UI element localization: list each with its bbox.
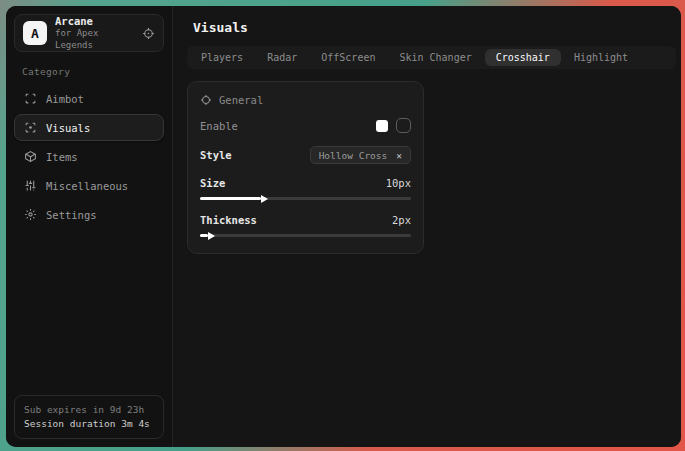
aimbot-crosshair-icon bbox=[24, 92, 37, 105]
app-name: Arcane bbox=[55, 15, 134, 28]
enable-checkbox[interactable] bbox=[396, 118, 411, 133]
app-logo: A bbox=[23, 21, 47, 45]
page-title: Visuals bbox=[193, 20, 681, 35]
size-row: Size 10px bbox=[200, 177, 411, 189]
app-subtitle: for Apex Legends bbox=[55, 28, 134, 51]
tab-radar[interactable]: Radar bbox=[256, 49, 308, 66]
sidebar-nav: Aimbot Visuals Items bbox=[14, 85, 164, 228]
style-label: Style bbox=[200, 149, 232, 161]
enable-label: Enable bbox=[200, 120, 238, 132]
gear-icon bbox=[24, 208, 37, 221]
sidebar-item-aimbot[interactable]: Aimbot bbox=[14, 85, 164, 112]
crosshair-color-swatch[interactable] bbox=[376, 120, 388, 132]
thickness-row: Thickness 2px bbox=[200, 214, 411, 226]
general-panel: General Enable Style Hollow Cross ✕ Size… bbox=[187, 81, 424, 254]
crosshair-target-icon bbox=[200, 94, 212, 106]
enable-row: Enable bbox=[200, 118, 411, 133]
tab-highlight[interactable]: Highlight bbox=[563, 49, 639, 66]
main-content: Visuals Players Radar OffScreen Skin Cha… bbox=[173, 6, 681, 447]
session-duration-text: Session duration 3m 4s bbox=[24, 417, 154, 431]
visuals-focus-icon bbox=[24, 121, 37, 134]
sub-expiry-text: Sub expires in 9d 23h bbox=[24, 403, 154, 417]
thickness-slider[interactable] bbox=[200, 234, 411, 237]
style-select[interactable]: Hollow Cross ✕ bbox=[310, 146, 411, 164]
style-value: Hollow Cross bbox=[319, 150, 388, 161]
category-label: Category bbox=[22, 66, 164, 77]
thickness-slider-thumb[interactable] bbox=[208, 232, 215, 240]
sliders-icon bbox=[24, 179, 37, 192]
visuals-tabbar: Players Radar OffScreen Skin Changer Cro… bbox=[187, 46, 676, 69]
app-window: A Arcane for Apex Legends Category Aimbo… bbox=[6, 6, 681, 447]
subscription-info-box: Sub expires in 9d 23h Session duration 3… bbox=[14, 395, 164, 440]
size-label: Size bbox=[200, 177, 225, 189]
sidebar-item-items[interactable]: Items bbox=[14, 143, 164, 170]
app-header-card: A Arcane for Apex Legends bbox=[14, 14, 164, 52]
tab-players[interactable]: Players bbox=[190, 49, 254, 66]
sidebar-item-label: Aimbot bbox=[46, 93, 84, 105]
panel-title: General bbox=[219, 94, 263, 106]
sidebar-item-label: Items bbox=[46, 151, 78, 163]
thickness-value: 2px bbox=[392, 214, 411, 226]
thickness-label: Thickness bbox=[200, 214, 257, 226]
sidebar-item-settings[interactable]: Settings bbox=[14, 201, 164, 228]
sidebar-item-label: Miscellaneous bbox=[46, 180, 128, 192]
sidebar-item-label: Visuals bbox=[46, 122, 90, 134]
style-row: Style Hollow Cross ✕ bbox=[200, 146, 411, 164]
crosshair-target-icon[interactable] bbox=[142, 27, 155, 40]
sidebar-item-visuals[interactable]: Visuals bbox=[14, 114, 164, 141]
size-slider-thumb[interactable] bbox=[261, 195, 268, 203]
remove-style-icon[interactable]: ✕ bbox=[396, 150, 402, 161]
size-value: 10px bbox=[386, 177, 411, 189]
size-slider[interactable] bbox=[200, 197, 411, 200]
tab-offscreen[interactable]: OffScreen bbox=[310, 49, 386, 66]
tab-skin-changer[interactable]: Skin Changer bbox=[388, 49, 482, 66]
sidebar-item-label: Settings bbox=[46, 209, 97, 221]
items-box-icon bbox=[24, 150, 37, 163]
sidebar: A Arcane for Apex Legends Category Aimbo… bbox=[6, 6, 173, 447]
tab-crosshair[interactable]: Crosshair bbox=[485, 49, 561, 66]
sidebar-item-miscellaneous[interactable]: Miscellaneous bbox=[14, 172, 164, 199]
